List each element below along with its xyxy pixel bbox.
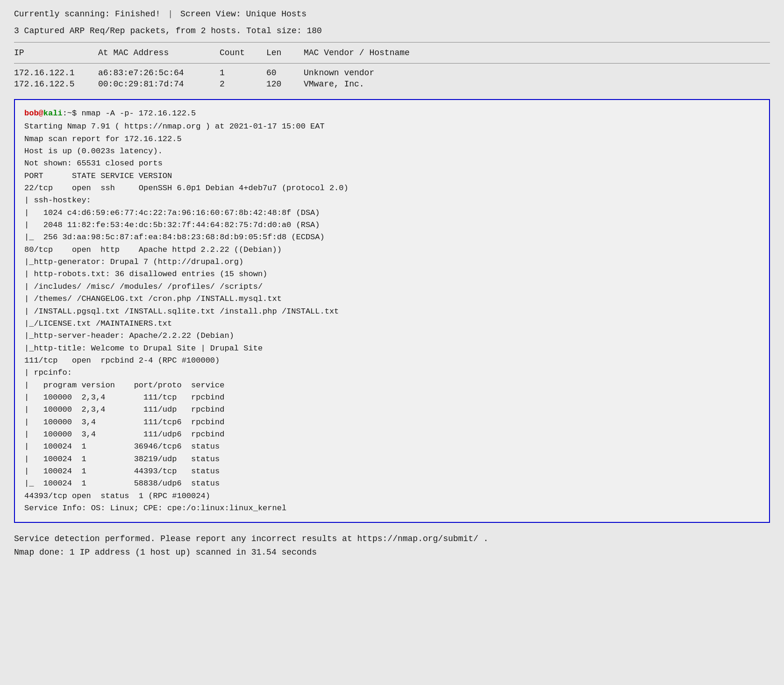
terminal-command: nmap -A -p- 172.16.122.5 (77, 109, 196, 118)
stats-line: 3 Captured ARP Req/Rep packets, from 2 h… (14, 26, 770, 36)
prompt-host: kali (43, 109, 63, 118)
col-header-count: Count (220, 48, 266, 57)
table-section: IP At MAC Address Count Len MAC Vendor /… (14, 42, 770, 90)
prompt-at: @ (39, 109, 43, 118)
row1-mac: a6:83:e7:26:5c:64 (98, 68, 220, 78)
col-header-ip: IP (14, 48, 98, 57)
col-header-vendor: MAC Vendor / Hostname (304, 48, 770, 57)
row1-vendor: Unknown vendor (304, 68, 770, 78)
scanning-status: Finished! (115, 9, 160, 19)
row1-len: 60 (266, 68, 304, 78)
footer-section: Service detection performed. Please repo… (14, 532, 770, 559)
table-row: 172.16.122.1 a6:83:e7:26:5c:64 1 60 Unkn… (14, 67, 770, 78)
screen-view-value: Unique Hosts (246, 9, 307, 19)
col-header-len: Len (266, 48, 304, 57)
table-divider-2 (14, 63, 770, 64)
row2-len: 120 (266, 79, 304, 89)
row2-count: 2 (220, 79, 266, 89)
separator: | (168, 9, 173, 19)
terminal-prompt-line: bob@kali:~$ nmap -A -p- 172.16.122.5 (24, 107, 760, 120)
prompt-path: :~$ (63, 109, 77, 118)
footer-line1: Service detection performed. Please repo… (14, 532, 770, 546)
row2-ip: 172.16.122.5 (14, 79, 98, 89)
row2-vendor: VMware, Inc. (304, 79, 770, 89)
col-header-mac: At MAC Address (98, 48, 220, 57)
table-header: IP At MAC Address Count Len MAC Vendor /… (14, 46, 770, 59)
terminal-output: Starting Nmap 7.91 ( https://nmap.org ) … (24, 121, 760, 514)
screen-view-label: Screen View: (180, 9, 241, 19)
table-divider (14, 42, 770, 43)
table-row: 172.16.122.5 00:0c:29:81:7d:74 2 120 VMw… (14, 78, 770, 90)
prompt-user: bob (24, 109, 39, 118)
scanning-label: Currently scanning: (14, 9, 110, 19)
row1-count: 1 (220, 68, 266, 78)
row1-ip: 172.16.122.1 (14, 68, 98, 78)
terminal-box: bob@kali:~$ nmap -A -p- 172.16.122.5 Sta… (14, 99, 770, 523)
stats-text: 3 Captured ARP Req/Rep packets, from 2 h… (14, 26, 322, 36)
footer-line2: Nmap done: 1 IP address (1 host up) scan… (14, 546, 770, 559)
top-bar: Currently scanning: Finished! | Screen V… (14, 9, 770, 19)
row2-mac: 00:0c:29:81:7d:74 (98, 79, 220, 89)
